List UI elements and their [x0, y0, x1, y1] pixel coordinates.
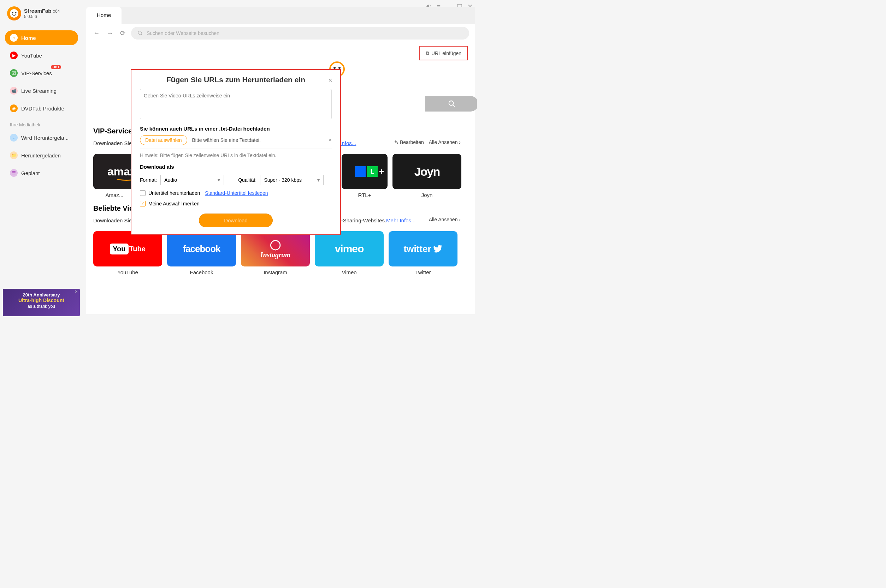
home-icon: ⌂	[10, 34, 18, 42]
camera-icon: 📹	[10, 87, 18, 94]
search-icon	[137, 30, 143, 36]
download-icon: ↓	[10, 134, 18, 141]
modal-title: Fügen Sie URLs zum Herunterladen ein	[140, 75, 332, 84]
subtitle-settings-link[interactable]: Standard-Untertitel festlegen	[205, 190, 268, 196]
format-label: Format:	[140, 177, 157, 183]
svg-point-1	[12, 12, 14, 14]
hint-text: Hinweis: Bitte fügen Sie zeilenweise URL…	[140, 153, 332, 158]
sidebar-item-label: YouTube	[21, 52, 42, 58]
sidebar-item-label: Live Streaming	[21, 88, 57, 94]
sidebar-item-scheduled[interactable]: ☰ Geplant	[5, 165, 78, 180]
download-as-label: Download als	[140, 164, 332, 170]
chevron-down-icon: ▾	[317, 177, 320, 183]
popular-tiles: YouTube YouTube facebook Facebook ◯Insta…	[93, 231, 468, 275]
format-value: Audio	[164, 177, 177, 183]
key-icon: ⚿	[10, 69, 18, 77]
quality-value: Super - 320 kbps	[264, 177, 302, 183]
address-bar[interactable]: Suchen oder Webseite besuchen	[131, 27, 469, 39]
quality-label: Qualität:	[238, 177, 256, 183]
back-icon[interactable]: ←	[92, 28, 101, 39]
tile-label: YouTube	[117, 269, 138, 275]
disc-icon: ◉	[10, 105, 18, 112]
url-paste-button[interactable]: ⧉ URL einfügen	[419, 46, 468, 60]
modal-close-icon[interactable]: ×	[328, 76, 332, 84]
url-modal: Fügen Sie URLs zum Herunterladen ein × S…	[131, 69, 341, 235]
file-select-button[interactable]: Datei auswählen	[140, 135, 187, 145]
sidebar-item-downloaded[interactable]: 📁 Heruntergeladen	[5, 148, 78, 163]
tile-youtube[interactable]: YouTube YouTube	[93, 231, 162, 275]
tile-label: Twitter	[415, 269, 431, 275]
tile-label: Facebook	[190, 269, 214, 275]
tile-amazon[interactable]: amaz Amaz...	[93, 154, 135, 198]
file-clear-icon[interactable]: ×	[328, 137, 332, 143]
url-textarea[interactable]	[140, 89, 332, 119]
svg-point-8	[338, 67, 340, 69]
tile-joyn[interactable]: Joyn Joyn	[393, 154, 461, 198]
quality-select[interactable]: Super - 320 kbps ▾	[260, 175, 323, 185]
address-placeholder: Suchen oder Webseite besuchen	[147, 30, 220, 36]
svg-point-3	[138, 31, 141, 34]
format-select[interactable]: Audio ▾	[160, 175, 224, 185]
tile-label: Joyn	[421, 192, 433, 198]
sidebar-item-label: Heruntergeladen	[21, 153, 61, 159]
app-logo: StreamFab x64 5.0.5.6	[5, 6, 78, 21]
sidebar-item-youtube[interactable]: ▶ YouTube	[5, 48, 78, 63]
tile-facebook[interactable]: facebook Facebook	[167, 231, 236, 275]
remember-checkbox[interactable]: ✓	[140, 201, 146, 207]
sidebar-item-dvdfab[interactable]: ◉ DVDFab Produkte	[5, 101, 78, 116]
sidebar-item-label: VIP-Services	[21, 70, 52, 76]
tile-vimeo[interactable]: vimeo Vimeo	[315, 231, 384, 275]
tab-home[interactable]: Home	[86, 7, 122, 24]
remember-label: Meine Auswahl merken	[148, 201, 200, 207]
library-section-label: Ihre Mediathek	[5, 119, 78, 130]
calendar-icon: ☰	[10, 169, 18, 177]
tab-bar: Home	[86, 7, 475, 24]
view-all-button[interactable]: Alle Ansehen ›	[429, 140, 461, 145]
tile-label: Instagram	[263, 269, 287, 275]
upload-label: Sie können auch URLs in einer .txt-Datei…	[140, 126, 332, 132]
tile-label: Vimeo	[341, 269, 357, 275]
edit-button[interactable]: ✎ Bearbeiten	[394, 140, 424, 145]
svg-point-9	[449, 101, 454, 105]
app-arch: x64	[53, 9, 60, 14]
folder-icon: 📁	[10, 152, 18, 159]
app-version: 5.0.5.6	[24, 14, 60, 19]
more-info-link[interactable]: Mehr Infos...	[386, 218, 415, 224]
promo-line2: Ultra-high Discount	[6, 297, 76, 303]
sidebar-item-home[interactable]: ⌂ Home	[5, 30, 78, 45]
promo-close-icon[interactable]: ✕	[75, 290, 78, 294]
sidebar-item-label: DVDFab Produkte	[21, 105, 64, 111]
svg-point-0	[10, 9, 18, 18]
search-button-partial[interactable]	[425, 96, 477, 111]
forward-icon[interactable]: →	[105, 28, 114, 39]
search-icon	[448, 100, 456, 108]
chevron-down-icon: ▾	[218, 177, 220, 183]
tile-rtl[interactable]: L+ RTL+	[341, 154, 388, 198]
hot-badge: HOT	[51, 65, 61, 69]
promo-line1: 20th Anniversary	[6, 292, 76, 297]
promo-line3: as a thank you	[6, 304, 76, 309]
subtitle-checkbox[interactable]	[140, 190, 146, 196]
promo-banner[interactable]: ✕ 20th Anniversary Ultra-high Discount a…	[3, 289, 80, 316]
tile-instagram[interactable]: ◯Instagram Instagram	[241, 231, 310, 275]
tile-twitter[interactable]: twitter Twitter	[389, 231, 457, 275]
svg-point-7	[334, 67, 335, 69]
sidebar-item-label: Wird Heruntergela...	[21, 135, 69, 141]
youtube-icon: ▶	[10, 51, 18, 59]
sidebar-item-vip[interactable]: ⚿ VIP-Services HOT	[5, 66, 78, 81]
svg-line-4	[141, 34, 142, 35]
tile-label: RTL+	[358, 192, 371, 198]
subtitle-label: Untertitel herunterladen	[148, 190, 200, 196]
svg-line-10	[453, 105, 455, 107]
download-button[interactable]: Download	[199, 213, 273, 227]
browser-bar: ← → ⟳ Suchen oder Webseite besuchen	[86, 24, 475, 42]
reload-icon[interactable]: ⟳	[119, 28, 127, 39]
sidebar-item-downloading[interactable]: ↓ Wird Heruntergela...	[5, 130, 78, 145]
sidebar-item-label: Home	[21, 35, 36, 41]
sidebar-item-label: Geplant	[21, 170, 40, 176]
view-all-button[interactable]: Alle Ansehen ›	[429, 217, 461, 222]
sidebar-item-live[interactable]: 📹 Live Streaming	[5, 83, 78, 98]
url-paste-label: URL einfügen	[431, 51, 461, 56]
sidebar: StreamFab x64 5.0.5.6 ⌂ Home ▶ YouTube ⚿…	[0, 0, 83, 316]
file-hint: Bitte wählen Sie eine Textdatei.	[192, 137, 261, 143]
